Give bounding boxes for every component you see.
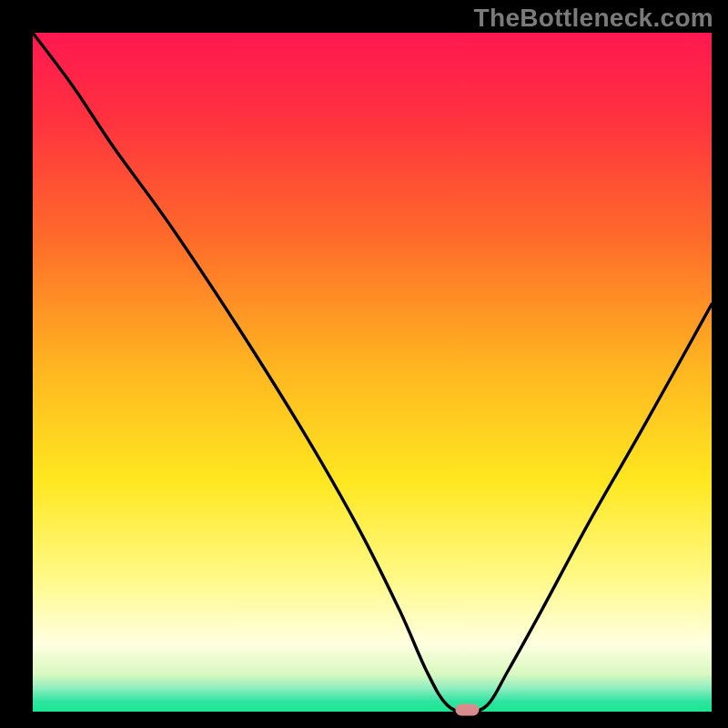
bottleneck-chart	[0, 0, 728, 728]
chart-stage: TheBottleneck.com	[0, 0, 728, 728]
minimum-marker	[455, 704, 479, 716]
chart-background	[33, 33, 712, 712]
watermark-text: TheBottleneck.com	[474, 4, 713, 33]
